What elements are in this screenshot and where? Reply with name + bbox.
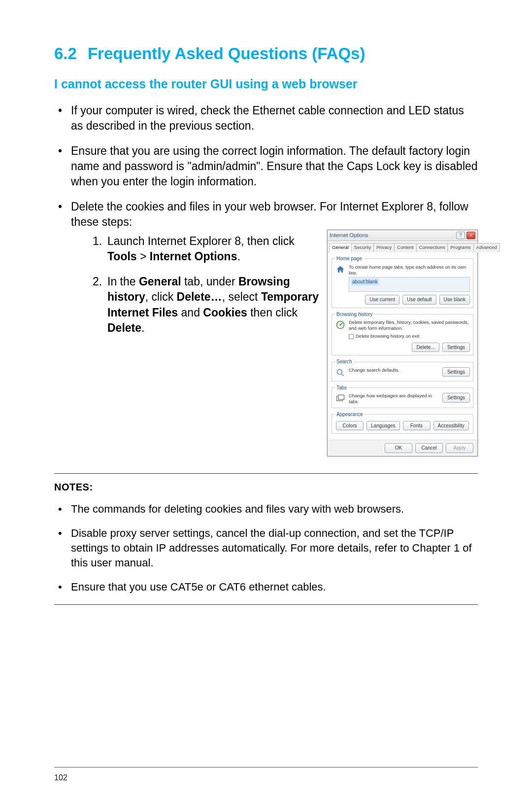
bullet-item: If your computer is wired, check the Eth… xyxy=(54,103,478,134)
history-desc: Delete temporary files, history, cookies… xyxy=(349,319,470,331)
step-item: 2. In the General tab, under Browsing hi… xyxy=(93,274,321,335)
history-settings-button[interactable]: Settings xyxy=(442,343,470,352)
tab-programs[interactable]: Programs xyxy=(447,243,473,252)
tab-connections[interactable]: Connections xyxy=(416,243,448,252)
languages-button[interactable]: Languages xyxy=(366,421,400,431)
accessibility-button[interactable]: Accessibility xyxy=(433,421,469,431)
home-desc: To create home page tabs, type each addr… xyxy=(349,264,470,276)
step-text: and xyxy=(178,306,203,319)
group-legend: Tabs xyxy=(335,384,348,391)
step-text: then click xyxy=(247,306,298,319)
use-default-button[interactable]: Use default xyxy=(402,295,436,305)
checkbox-label: Delete browsing history on exit xyxy=(356,333,419,340)
bullet-item: Delete the cookies and files in your web… xyxy=(54,199,478,456)
use-current-button[interactable]: Use current xyxy=(365,295,399,305)
group-appearance: Appearance Colors Languages Fonts Access… xyxy=(332,411,473,434)
section-heading: 6.2Frequently Asked Questions (FAQs) xyxy=(54,44,478,63)
step-text: . xyxy=(141,321,144,334)
notes-heading: NOTES: xyxy=(54,482,478,493)
cancel-button[interactable]: Cancel xyxy=(415,443,443,453)
note-item: Ensure that you use CAT5e or CAT6 ethern… xyxy=(54,580,478,594)
steps-and-dialog: 1. Launch Internet Explorer 8, then clic… xyxy=(71,230,478,456)
search-desc: Change search defaults. xyxy=(349,367,439,373)
home-address-value: about:blank xyxy=(351,279,379,285)
tab-content[interactable]: Content xyxy=(394,243,416,252)
section-title: Frequently Asked Questions (FAQs) xyxy=(88,44,366,63)
delete-history-button[interactable]: Delete... xyxy=(412,343,439,352)
step-text: Launch Internet Explorer 8, then click xyxy=(107,235,295,247)
step-number: 1. xyxy=(93,234,102,249)
tabs-settings-button[interactable]: Settings xyxy=(442,393,470,403)
step-text: In the xyxy=(107,275,139,288)
step-text: , select xyxy=(222,290,261,303)
notes-list: The commands for deleting cookies and fi… xyxy=(54,502,478,594)
step-bold: Internet Options xyxy=(150,250,237,263)
note-item: Disable proxy server settings, cancel th… xyxy=(54,526,478,570)
home-address-input[interactable]: about:blank xyxy=(349,277,470,292)
group-legend: Search xyxy=(335,358,354,365)
bullet-item: Ensure that you are using the correct lo… xyxy=(54,143,478,189)
dialog-footer: OK Cancel Apply xyxy=(328,440,477,456)
home-icon xyxy=(335,264,346,275)
checkbox-box xyxy=(349,334,354,339)
tab-general[interactable]: General xyxy=(329,243,352,252)
close-button[interactable]: × xyxy=(466,232,475,239)
step-text: , click xyxy=(145,290,177,303)
divider xyxy=(54,604,478,605)
group-legend: Browsing history xyxy=(335,311,374,318)
svg-rect-4 xyxy=(338,395,344,400)
tab-privacy[interactable]: Privacy xyxy=(373,243,395,252)
history-icon xyxy=(335,319,346,330)
step-item: 1. Launch Internet Explorer 8, then clic… xyxy=(93,234,321,264)
dialog-body: Home page To create home page tabs, type… xyxy=(328,252,477,440)
bullet-list: If your computer is wired, check the Eth… xyxy=(54,103,478,456)
footer-rule xyxy=(54,767,478,767)
step-bold: Delete… xyxy=(177,290,222,303)
group-home-page: Home page To create home page tabs, type… xyxy=(332,255,473,308)
step-text: tab, under xyxy=(181,275,238,288)
dialog-title: Internet Options xyxy=(330,232,455,239)
dialog-tabs: General Security Privacy Content Connect… xyxy=(328,241,477,252)
page-number: 102 xyxy=(54,773,67,782)
bullet-text: Delete the cookies and files in your web… xyxy=(71,200,468,228)
divider xyxy=(54,473,478,474)
dialog-titlebar: Internet Options ? × xyxy=(328,230,477,241)
group-legend: Home page xyxy=(335,255,364,262)
step-bold: Cookies xyxy=(203,306,247,319)
fonts-button[interactable]: Fonts xyxy=(403,421,431,431)
step-text: . xyxy=(237,250,240,263)
search-settings-button[interactable]: Settings xyxy=(442,367,470,377)
step-bold: Tools xyxy=(107,250,137,263)
subheading: I cannot access the router GUI using a w… xyxy=(54,77,478,91)
group-tabs: Tabs Change how webpages are displayed i… xyxy=(332,384,473,408)
note-item: The commands for deleting cookies and fi… xyxy=(54,502,478,517)
tab-advanced[interactable]: Advanced xyxy=(473,243,500,252)
search-icon xyxy=(335,367,346,378)
step-bold: Delete xyxy=(107,321,141,334)
apply-button[interactable]: Apply xyxy=(446,443,473,453)
tabs-desc: Change how webpages are displayed in tab… xyxy=(349,393,439,405)
svg-point-2 xyxy=(337,369,342,374)
section-number: 6.2 xyxy=(54,44,77,63)
step-number: 2. xyxy=(93,274,102,289)
colors-button[interactable]: Colors xyxy=(336,421,364,431)
ok-button[interactable]: OK xyxy=(385,443,412,453)
step-bold: General xyxy=(139,275,181,288)
steps-column: 1. Launch Internet Explorer 8, then clic… xyxy=(71,230,321,345)
delete-on-exit-checkbox[interactable]: Delete browsing history on exit xyxy=(349,333,470,340)
use-blank-button[interactable]: Use blank xyxy=(439,295,470,305)
page: 6.2Frequently Asked Questions (FAQs) I c… xyxy=(0,0,532,802)
tabs-icon xyxy=(335,393,346,404)
group-search: Search Change search defaults. Settings xyxy=(332,358,473,382)
ordered-steps: 1. Launch Internet Explorer 8, then clic… xyxy=(71,234,321,335)
internet-options-dialog: Internet Options ? × General Security Pr… xyxy=(327,230,478,456)
help-button[interactable]: ? xyxy=(456,232,465,239)
tab-security[interactable]: Security xyxy=(351,243,374,252)
group-legend: Appearance xyxy=(335,411,365,418)
group-browsing-history: Browsing history Delete temporary files,… xyxy=(332,311,473,356)
step-text: > xyxy=(137,250,150,263)
